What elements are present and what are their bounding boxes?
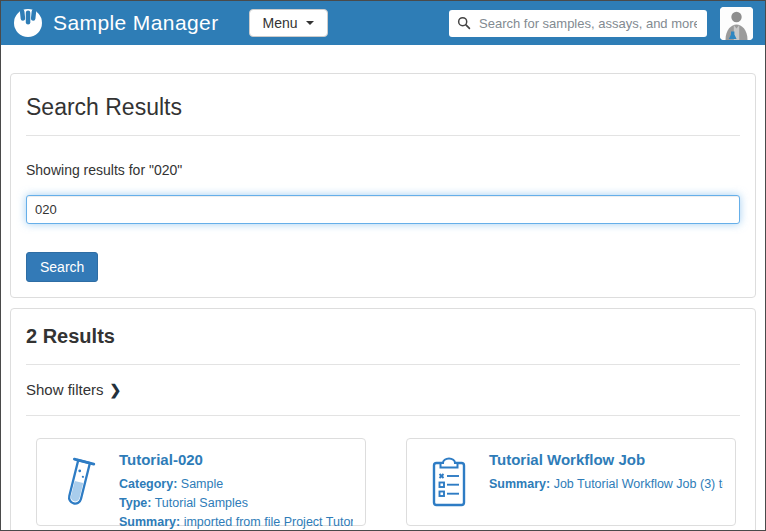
search-results-panel: Search Results Showing results for "020"…: [10, 73, 756, 298]
clipboard-icon: [426, 454, 472, 510]
field-value: Job Tutorial Workflow Job (3) team ...: [554, 477, 723, 491]
card-content: Tutorial Workflow Job Summary: Job Tutor…: [489, 447, 723, 517]
field-label: Type:: [119, 496, 151, 510]
main-content: Search Results Showing results for "020"…: [1, 45, 765, 531]
field-label: Summary:: [119, 515, 180, 529]
chevron-right-icon: ❯: [110, 383, 122, 397]
field-value: Tutorial Samples: [155, 496, 248, 510]
app-header: Sample Manager Menu: [1, 1, 765, 45]
avatar-scientist-icon: [720, 7, 753, 40]
card-content: Tutorial-020 Category: Sample Type: Tuto…: [119, 447, 353, 517]
header-search-box: [449, 10, 707, 37]
caret-down-icon: [306, 21, 314, 25]
app-title: Sample Manager: [53, 11, 219, 35]
heading-divider: [26, 135, 740, 136]
page-title: Search Results: [26, 94, 740, 121]
card-field: Summary: imported from file Project Tuto…: [119, 513, 353, 531]
user-avatar[interactable]: [720, 7, 753, 40]
header-search-input[interactable]: [477, 15, 699, 32]
search-icon: [457, 16, 471, 30]
results-panel: 2 Results Show filters ❯: [10, 308, 756, 531]
results-count-title: 2 Results: [26, 325, 740, 348]
search-query-input[interactable]: [26, 195, 740, 224]
result-card-job[interactable]: Tutorial Workflow Job Summary: Job Tutor…: [406, 438, 736, 526]
show-filters-label: Show filters: [26, 381, 104, 398]
test-tube-icon: [56, 451, 102, 513]
result-card-sample[interactable]: Tutorial-020 Category: Sample Type: Tuto…: [36, 438, 366, 526]
field-value: Sample: [181, 477, 223, 491]
search-button[interactable]: Search: [26, 252, 98, 282]
menu-button-label: Menu: [263, 15, 298, 31]
card-field: Category: Sample: [119, 475, 353, 494]
labkey-logo-icon: [13, 8, 43, 38]
field-label: Category:: [119, 477, 177, 491]
field-value: imported from file Project Tutorial...: [184, 515, 353, 529]
field-label: Summary:: [489, 477, 550, 491]
card-title-link[interactable]: Tutorial-020: [119, 451, 353, 468]
card-icon-column: [49, 447, 109, 517]
results-cards: Tutorial-020 Category: Sample Type: Tuto…: [36, 438, 730, 526]
card-icon-column: [419, 447, 479, 517]
menu-button[interactable]: Menu: [249, 9, 328, 37]
show-filters-link[interactable]: Show filters ❯: [26, 381, 121, 398]
results-divider-bottom: [26, 415, 740, 416]
results-divider-top: [26, 364, 740, 365]
card-title-link[interactable]: Tutorial Workflow Job: [489, 451, 723, 468]
card-field: Type: Tutorial Samples: [119, 494, 353, 513]
showing-results-text: Showing results for "020": [26, 162, 740, 178]
card-field: Summary: Job Tutorial Workflow Job (3) t…: [489, 475, 723, 494]
